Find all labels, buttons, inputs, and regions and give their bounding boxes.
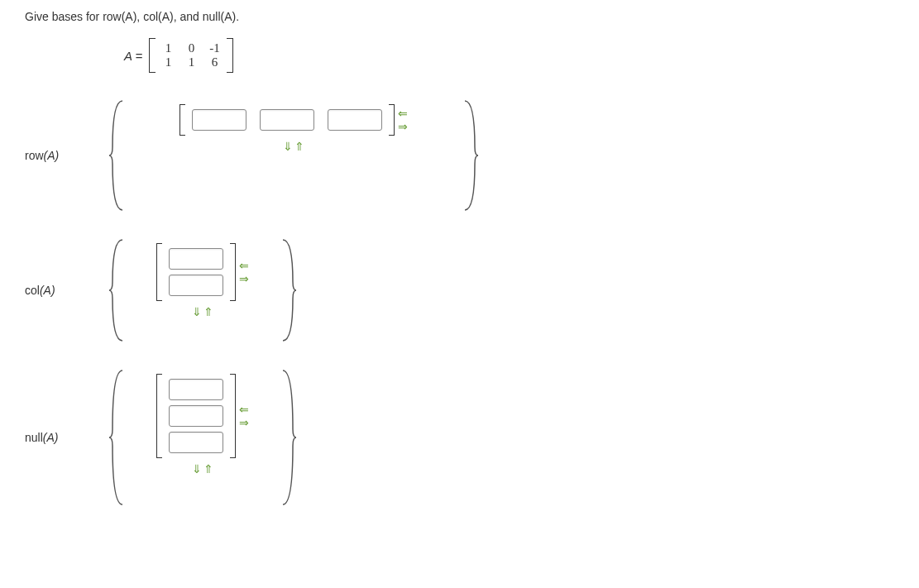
matrix-cell: 1	[160, 55, 175, 69]
curly-brace-left	[108, 367, 126, 508]
matrix-cell: 1	[160, 41, 175, 55]
section-label: row(A)	[25, 149, 108, 162]
bracket-right	[227, 38, 233, 73]
section-label: col(A)	[25, 284, 108, 297]
dimension-arrows-horizontal: ⇐ ⇒	[239, 404, 249, 428]
vector-bracket	[179, 104, 395, 136]
vector-entry-input[interactable]	[260, 109, 314, 131]
matrix-cell: -1	[207, 41, 222, 55]
matrix-cell: 0	[184, 41, 199, 55]
arrow-down-icon[interactable]: ⇓	[192, 463, 202, 475]
matrix-cell: 6	[207, 55, 222, 69]
curly-brace-right	[280, 367, 298, 508]
vector-entry-input[interactable]	[169, 248, 223, 270]
matrix-A: 1 0 -1 1 1 6	[149, 38, 233, 73]
arrow-left-icon[interactable]: ⇐	[239, 260, 249, 271]
arrow-up-icon[interactable]: ⇑	[203, 306, 213, 318]
vector-entry-input[interactable]	[169, 405, 223, 427]
vector-entry-input[interactable]	[328, 109, 382, 131]
arrow-left-icon[interactable]: ⇐	[239, 404, 249, 415]
matrix-lhs: A =	[124, 49, 142, 63]
vector-entry-input[interactable]	[169, 432, 223, 453]
vector-bracket	[156, 243, 236, 301]
curly-brace-left	[108, 237, 126, 344]
curly-brace-right	[462, 98, 480, 213]
arrow-down-icon[interactable]: ⇓	[283, 141, 293, 152]
arrow-right-icon[interactable]: ⇒	[239, 273, 249, 284]
vector-entry-input[interactable]	[169, 379, 223, 400]
vector-entry-input[interactable]	[192, 109, 247, 131]
curly-brace-right	[280, 237, 298, 344]
basis-set: ⇐ ⇒ ⇓ ⇑	[156, 243, 249, 318]
dimension-arrows-vertical: ⇓ ⇑	[192, 463, 213, 475]
arrow-right-icon[interactable]: ⇒	[239, 417, 249, 428]
section-col: col(A) ⇐ ⇒ ⇓ ⇑	[25, 237, 894, 344]
section-label: null(A)	[25, 431, 108, 444]
arrow-down-icon[interactable]: ⇓	[192, 306, 202, 318]
matrix-definition: A = 1 0 -1 1 1 6	[124, 38, 894, 73]
arrow-right-icon[interactable]: ⇒	[398, 121, 408, 132]
dimension-arrows-horizontal: ⇐ ⇒	[398, 108, 408, 132]
basis-set: ⇐ ⇒ ⇓ ⇑	[179, 104, 408, 152]
arrow-up-icon[interactable]: ⇑	[203, 463, 213, 475]
basis-set: ⇐ ⇒ ⇓ ⇑	[156, 374, 249, 475]
vector-entry-input[interactable]	[169, 275, 223, 296]
section-null: null(A) ⇐ ⇒ ⇓ ⇑	[25, 367, 894, 508]
arrow-up-icon[interactable]: ⇑	[294, 141, 304, 152]
bracket-left	[149, 38, 156, 73]
arrow-left-icon[interactable]: ⇐	[398, 108, 408, 119]
curly-brace-left	[108, 98, 126, 213]
dimension-arrows-vertical: ⇓ ⇑	[283, 141, 304, 152]
dimension-arrows-horizontal: ⇐ ⇒	[239, 260, 249, 284]
prompt-text: Give bases for row(A), col(A), and null(…	[25, 10, 894, 23]
matrix-cell: 1	[184, 55, 199, 69]
section-row: row(A) ⇐ ⇒ ⇓ ⇑	[25, 98, 894, 213]
dimension-arrows-vertical: ⇓ ⇑	[192, 306, 213, 318]
vector-bracket	[156, 374, 236, 458]
